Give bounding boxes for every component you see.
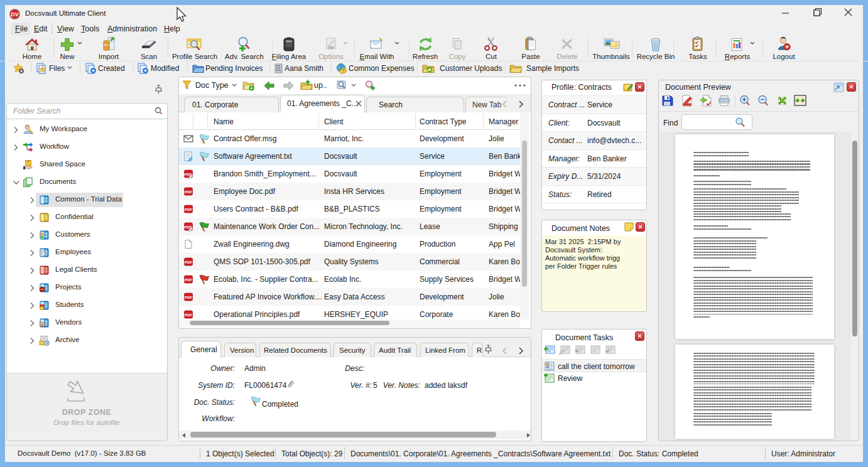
svg-text:PDF: PDF — [185, 295, 193, 299]
svg-text:PDF: PDF — [185, 207, 193, 212]
svg-text:PDF: PDF — [185, 260, 193, 264]
svg-text:PDF: PDF — [328, 46, 334, 50]
svg-text:DV: DV — [104, 43, 109, 47]
svg-text:PDF: PDF — [185, 313, 193, 317]
svg-text:PDF: PDF — [185, 190, 193, 194]
svg-text:PDF: PDF — [185, 277, 193, 282]
svg-text:DV: DV — [11, 11, 19, 18]
